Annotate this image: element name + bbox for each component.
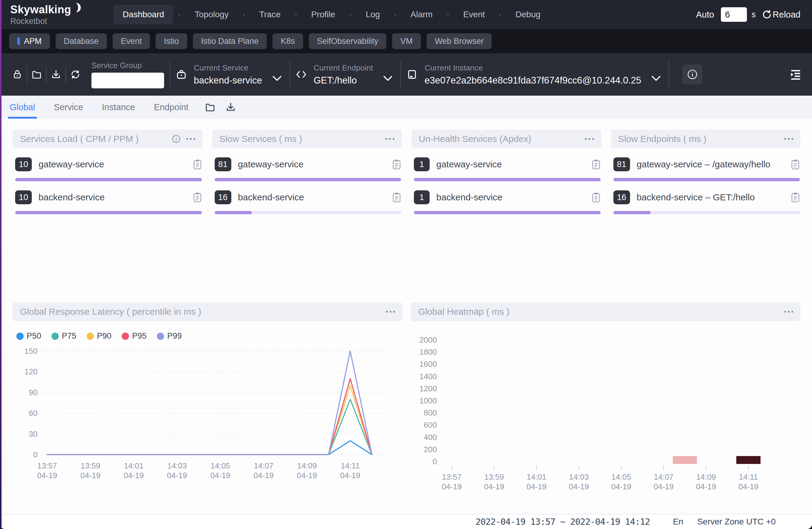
list-item[interactable]: 1gateway-service (414, 157, 601, 181)
service-group-input[interactable] (91, 73, 164, 88)
latency-chart-card: Global Response Latency ( percentile in … (13, 302, 402, 495)
clipboard-icon[interactable] (592, 192, 601, 203)
legend-item-p95[interactable]: P95 (122, 332, 147, 341)
more-menu-icon[interactable] (186, 138, 195, 140)
folder-button[interactable] (27, 69, 46, 80)
svg-text:2000: 2000 (419, 335, 437, 344)
lock-button[interactable] (8, 69, 27, 80)
list-item[interactable]: 16backend-service – GET:/hello (613, 190, 800, 214)
tab-instance[interactable]: Instance (102, 95, 135, 119)
service-name: gateway-service (39, 159, 104, 170)
nav-item-event[interactable]: Event (454, 5, 494, 24)
current-instance-value: e3e07e2a2b664e8c91fda37f674f9cc6@10.244.… (424, 75, 641, 86)
card-body: 81gateway-service – /gateway/hello16back… (611, 148, 801, 214)
divider (170, 60, 170, 89)
more-menu-icon[interactable] (386, 311, 395, 313)
nav-item-log[interactable]: Log (357, 5, 389, 24)
current-endpoint-selector[interactable]: Current Endpoint GET:/hello (295, 63, 395, 86)
service-group-label: Service Group (91, 61, 164, 70)
charts-row: Global Response Latency ( percentile in … (0, 302, 812, 495)
download-icon[interactable] (226, 102, 236, 113)
heatmap-cell-14-08[interactable] (673, 456, 697, 464)
clipboard-icon[interactable] (392, 159, 401, 170)
nav-separator-dot (295, 14, 297, 15)
value-badge: 1 (414, 190, 430, 204)
briefcase-lock-icon (176, 68, 187, 81)
clipboard-icon[interactable] (193, 192, 202, 203)
category-tab-vm[interactable]: VM (392, 33, 421, 49)
reload-button[interactable]: Reload (762, 10, 800, 20)
svg-text:14:0704-19: 14:0704-19 (254, 461, 274, 480)
more-menu-icon[interactable] (386, 138, 394, 140)
value-badge: 10 (15, 157, 32, 171)
folder-icon (31, 69, 42, 80)
refresh-button[interactable] (66, 69, 85, 80)
latency-line-chart[interactable]: 030609012015013:5704-1913:5904-1914:0104… (13, 342, 391, 485)
value-bar (215, 178, 402, 181)
server-zone-label[interactable]: Server Zone UTC +0 (697, 517, 776, 527)
clipboard-icon[interactable] (791, 192, 800, 203)
heatmap-chart[interactable]: 020040060080010001200140016001800200013:… (411, 332, 789, 495)
svg-text:13:5904-19: 13:5904-19 (81, 461, 101, 480)
category-tab-web-browser[interactable]: Web Browser (426, 33, 492, 49)
nav-item-trace[interactable]: Trace (250, 5, 290, 24)
collapse-panel-button[interactable] (789, 68, 802, 81)
nav-separator-dot (394, 14, 396, 15)
legend-item-p99[interactable]: P99 (157, 332, 182, 341)
legend-item-p75[interactable]: P75 (52, 332, 76, 341)
category-tab-istio-data-plane[interactable]: Istio Data Plane (193, 33, 267, 49)
auto-label: Auto (696, 10, 714, 20)
info-button[interactable] (682, 64, 702, 85)
card-title: Slow Endpoints ( ms ) (618, 134, 707, 144)
nav-item-profile[interactable]: Profile (302, 5, 344, 24)
list-item[interactable]: 81gateway-service (215, 157, 402, 181)
export-button[interactable] (47, 69, 66, 80)
tab-global[interactable]: Global (10, 95, 35, 119)
more-menu-icon[interactable] (585, 138, 594, 140)
time-range-picker[interactable]: 2022-04-19 13:57 ~ 2022-04-19 14:12 (476, 517, 650, 527)
current-service-label: Current Service (194, 63, 262, 73)
svg-text:14:0104-19: 14:0104-19 (526, 472, 547, 491)
info-icon[interactable] (172, 134, 181, 144)
latency-legend: P50P75P90P95P99 (13, 321, 402, 342)
service-name: backend-service (39, 192, 104, 203)
folder-icon[interactable] (205, 102, 215, 113)
heatmap-cell-14-11[interactable] (736, 456, 760, 464)
list-item[interactable]: 81gateway-service – /gateway/hello (613, 157, 800, 181)
nav-item-topology[interactable]: Topology (186, 5, 238, 24)
value-bar (215, 211, 402, 214)
category-tab-apm[interactable]: APM (9, 33, 50, 49)
auto-interval-input[interactable] (721, 7, 747, 22)
clipboard-icon[interactable] (193, 159, 202, 170)
list-item[interactable]: 10backend-service (15, 190, 202, 214)
category-tab-k8s[interactable]: K8s (273, 33, 303, 49)
clipboard-icon[interactable] (392, 192, 401, 203)
list-item[interactable]: 1backend-service (414, 190, 601, 214)
current-service-selector[interactable]: Current Service backend-service (176, 63, 284, 86)
list-item[interactable]: 10gateway-service (15, 157, 202, 181)
current-instance-selector[interactable]: Current Instance e3e07e2a2b664e8c91fda37… (406, 63, 663, 86)
language-switch[interactable]: En (673, 517, 683, 527)
category-tab-istio[interactable]: Istio (156, 33, 187, 49)
nav-item-debug[interactable]: Debug (507, 5, 550, 24)
value-badge: 81 (215, 157, 231, 171)
card-body: 81gateway-service16backend-service (212, 148, 402, 214)
legend-item-p90[interactable]: P90 (87, 332, 112, 341)
more-menu-icon[interactable] (784, 311, 793, 313)
nav-item-dashboard[interactable]: Dashboard (114, 5, 173, 24)
legend-item-p50[interactable]: P50 (16, 332, 41, 341)
category-tab-database[interactable]: Database (56, 33, 107, 49)
category-tab-selfobservability[interactable]: SelfObservability (309, 33, 387, 49)
category-tab-event[interactable]: Event (113, 33, 150, 49)
clipboard-icon[interactable] (791, 159, 800, 170)
tab-service[interactable]: Service (54, 95, 83, 119)
sync-icon (70, 69, 81, 80)
card-header: Slow Services ( ms ) (212, 130, 402, 148)
lock-icon (12, 69, 23, 80)
list-item[interactable]: 16backend-service (215, 190, 402, 214)
svg-text:400: 400 (424, 433, 437, 442)
tab-endpoint[interactable]: Endpoint (154, 95, 189, 119)
clipboard-icon[interactable] (592, 159, 601, 170)
more-menu-icon[interactable] (784, 138, 793, 140)
nav-item-alarm[interactable]: Alarm (402, 5, 442, 24)
